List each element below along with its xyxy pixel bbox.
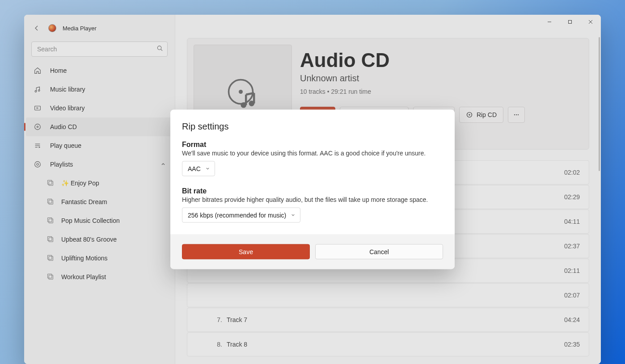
bitrate-help: Higher bitrates provide higher quality a…	[182, 196, 443, 203]
dropdown-value: AAC	[188, 165, 201, 172]
dropdown-value: 256 kbps (recommended for music)	[188, 212, 286, 219]
chevron-down-icon	[205, 165, 210, 172]
dialog-title: Rip settings	[182, 121, 443, 132]
save-button[interactable]: Save	[182, 244, 310, 259]
bitrate-dropdown[interactable]: 256 kbps (recommended for music)	[182, 208, 300, 223]
dialog-footer: Save Cancel	[170, 234, 455, 269]
format-label: Format	[182, 141, 443, 149]
button-label: Save	[239, 248, 253, 255]
chevron-down-icon	[291, 212, 296, 219]
format-field: Format We'll save music to your device u…	[182, 141, 443, 176]
cancel-button[interactable]: Cancel	[315, 244, 443, 259]
button-label: Cancel	[369, 248, 389, 255]
bitrate-label: Bit rate	[182, 187, 443, 195]
format-help: We'll save music to your device using th…	[182, 150, 443, 157]
bitrate-field: Bit rate Higher bitrates provide higher …	[182, 187, 443, 223]
rip-settings-dialog: Rip settings Format We'll save music to …	[170, 110, 455, 269]
format-dropdown[interactable]: AAC	[182, 161, 215, 176]
app-window: Media Player Home Music library Video l	[24, 15, 601, 364]
